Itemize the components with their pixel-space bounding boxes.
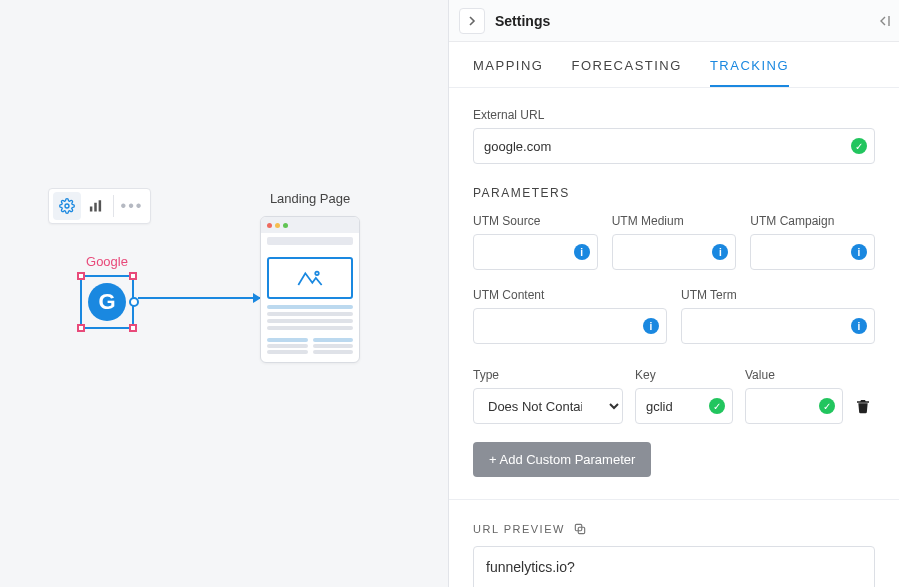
collapse-right-icon: [877, 14, 891, 28]
info-icon[interactable]: i: [574, 244, 590, 260]
node-google[interactable]: Google G: [80, 254, 134, 329]
toolbar-divider: [113, 195, 114, 217]
analytics-tool-button[interactable]: [81, 192, 109, 220]
settings-panel: Settings MAPPING FORECASTING TRACKING Ex…: [448, 0, 899, 587]
svg-point-4: [315, 272, 319, 276]
key-label: Key: [635, 368, 733, 382]
panel-title: Settings: [495, 13, 550, 29]
url-preview-label: URL PREVIEW: [473, 523, 565, 535]
settings-header: Settings: [449, 0, 899, 42]
type-label: Type: [473, 368, 623, 382]
utm-medium-label: UTM Medium: [612, 214, 737, 228]
trash-icon: [855, 397, 871, 415]
ellipsis-icon: •••: [121, 197, 144, 215]
tab-tracking[interactable]: TRACKING: [710, 58, 789, 87]
external-url-label: External URL: [473, 108, 875, 122]
settings-body: External URL ✓ PARAMETERS UTM Source i U…: [449, 88, 899, 587]
resize-handle-bl[interactable]: [77, 324, 85, 332]
tab-forecasting[interactable]: FORECASTING: [571, 58, 681, 87]
add-custom-parameter-button[interactable]: + Add Custom Parameter: [473, 442, 651, 477]
thumb-line: [313, 338, 354, 342]
bar-chart-icon: [88, 199, 103, 214]
canvas-area[interactable]: ••• Google G Landing Page: [0, 0, 448, 587]
utm-source-label: UTM Source: [473, 214, 598, 228]
thumb-line: [313, 350, 354, 354]
thumb-line: [267, 326, 353, 330]
window-dot-green-icon: [283, 223, 288, 228]
thumb-line: [267, 350, 308, 354]
check-icon: ✓: [709, 398, 725, 414]
utm-campaign-label: UTM Campaign: [750, 214, 875, 228]
settings-tabs: MAPPING FORECASTING TRACKING: [449, 42, 899, 88]
google-icon: G: [88, 283, 126, 321]
thumb-line: [313, 344, 354, 348]
collapse-left-button[interactable]: [459, 8, 485, 34]
selection-box[interactable]: G: [80, 275, 134, 329]
parameters-label: PARAMETERS: [473, 186, 875, 200]
utm-term-input[interactable]: [681, 308, 875, 344]
node-landing-page[interactable]: Landing Page: [260, 191, 360, 363]
url-preview-box[interactable]: funnelytics.io?: [473, 546, 875, 587]
node-landing-label: Landing Page: [260, 191, 360, 206]
thumb-line: [267, 312, 353, 316]
thumb-line: [267, 338, 308, 342]
check-icon: ✓: [819, 398, 835, 414]
chevron-right-icon: [467, 16, 477, 26]
info-icon[interactable]: i: [643, 318, 659, 334]
window-dot-red-icon: [267, 223, 272, 228]
value-label: Value: [745, 368, 843, 382]
copy-button[interactable]: [573, 522, 587, 536]
more-tool-button[interactable]: •••: [118, 192, 146, 220]
utm-content-label: UTM Content: [473, 288, 667, 302]
resize-handle-br[interactable]: [129, 324, 137, 332]
tab-mapping[interactable]: MAPPING: [473, 58, 543, 87]
thumb-line: [267, 305, 353, 309]
info-icon[interactable]: i: [851, 244, 867, 260]
svg-rect-3: [98, 200, 101, 211]
thumb-line: [267, 319, 353, 323]
resize-handle-tl[interactable]: [77, 272, 85, 280]
info-icon[interactable]: i: [851, 318, 867, 334]
gear-icon: [59, 198, 75, 214]
landing-page-thumb: [260, 216, 360, 363]
image-placeholder-icon: [296, 268, 324, 288]
external-url-input[interactable]: [473, 128, 875, 164]
window-dot-yellow-icon: [275, 223, 280, 228]
node-google-label: Google: [80, 254, 134, 269]
svg-rect-2: [94, 202, 97, 211]
check-icon: ✓: [851, 138, 867, 154]
info-icon[interactable]: i: [712, 244, 728, 260]
collapse-right-button[interactable]: [875, 8, 893, 34]
utm-content-input[interactable]: [473, 308, 667, 344]
thumb-address-bar: [267, 237, 353, 245]
settings-tool-button[interactable]: [53, 192, 81, 220]
resize-handle-tr[interactable]: [129, 272, 137, 280]
type-select[interactable]: Does Not Contain: [473, 388, 623, 424]
thumb-hero: [267, 257, 353, 299]
thumb-line: [267, 344, 308, 348]
svg-point-0: [65, 204, 69, 208]
section-divider: [449, 499, 899, 500]
delete-row-button[interactable]: [855, 397, 871, 415]
copy-icon: [573, 522, 587, 536]
edge-arrow[interactable]: [138, 297, 260, 299]
svg-rect-1: [89, 206, 92, 211]
canvas-toolbar: •••: [48, 188, 151, 224]
utm-term-label: UTM Term: [681, 288, 875, 302]
